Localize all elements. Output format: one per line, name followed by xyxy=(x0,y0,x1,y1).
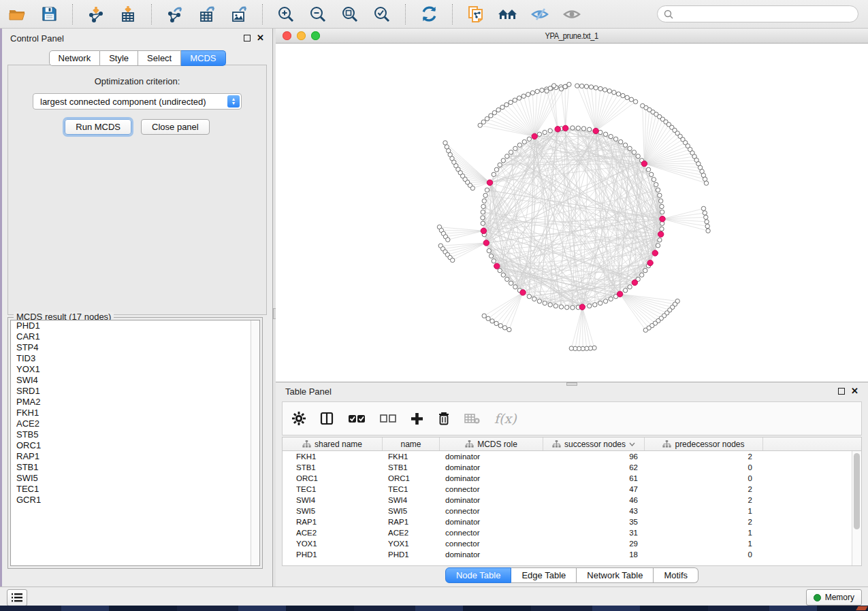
table-cell: connector xyxy=(440,529,543,537)
table-cell: 0 xyxy=(645,463,763,472)
export-network-button[interactable] xyxy=(165,4,185,24)
tab-node-table[interactable]: Node Table xyxy=(445,567,512,583)
table-cell: RAP1 xyxy=(383,518,440,526)
mcds-result-item[interactable]: PHD1 xyxy=(11,320,259,331)
add-row-button[interactable] xyxy=(411,412,423,425)
mcds-result-item[interactable]: CAR1 xyxy=(11,331,259,342)
close-panel-button[interactable]: Close panel xyxy=(141,119,210,135)
mcds-result-item[interactable]: ACE2 xyxy=(11,418,259,429)
mcds-result-item[interactable]: TID3 xyxy=(11,353,259,364)
network-canvas-svg[interactable] xyxy=(276,44,867,381)
node-table[interactable]: shared namenameMCDS rolesuccessor nodesp… xyxy=(282,437,862,566)
table-row[interactable]: FKH1FKH1dominator962 xyxy=(283,451,861,462)
float-table-panel-icon[interactable] xyxy=(838,388,845,395)
table-row[interactable]: ACE2ACE2connector311 xyxy=(283,527,861,538)
mcds-result-item[interactable]: TEC1 xyxy=(11,484,259,495)
tab-select[interactable]: Select xyxy=(138,50,181,66)
zoom-fit-button[interactable] xyxy=(340,4,360,24)
table-scrollbar-thumb[interactable] xyxy=(854,453,860,529)
fx-icon: f(x) xyxy=(494,411,517,426)
minimize-window-icon[interactable] xyxy=(297,31,306,40)
tab-style[interactable]: Style xyxy=(100,50,138,66)
task-history-button[interactable] xyxy=(7,589,27,606)
column-header-mcds-role[interactable]: MCDS role xyxy=(440,437,543,450)
zoom-selected-button[interactable] xyxy=(372,4,392,24)
mcds-result-list[interactable]: PHD1CAR1STP4TID3YOX1SWI4SRD1PMA2FKH1ACE2… xyxy=(10,320,260,566)
tab-edge-table[interactable]: Edge Table xyxy=(511,567,577,583)
mcds-result-item[interactable]: FKH1 xyxy=(11,408,259,418)
search-box[interactable] xyxy=(657,5,858,22)
function-builder-button[interactable]: f(x) xyxy=(494,411,517,426)
zoom-out-button[interactable] xyxy=(308,4,328,24)
table-cell: SWI4 xyxy=(383,496,440,504)
table-cell: 0 xyxy=(645,474,763,482)
mcds-result-item[interactable]: RAP1 xyxy=(11,451,259,462)
refresh-button[interactable] xyxy=(419,4,439,24)
network-titlebar[interactable]: YPA_prune.txt_1 xyxy=(276,29,868,44)
save-session-button[interactable] xyxy=(39,4,59,24)
run-mcds-button[interactable]: Run MCDS xyxy=(65,119,131,135)
tab-motifs[interactable]: Motifs xyxy=(654,567,698,583)
mcds-result-item[interactable]: PMA2 xyxy=(11,397,259,408)
column-header-predecessor-nodes[interactable]: predecessor nodes xyxy=(645,437,763,450)
table-row[interactable]: SWI4SWI4dominator462 xyxy=(283,495,861,506)
table-panel: Table Panel ✕ xyxy=(276,382,868,587)
search-input[interactable] xyxy=(677,9,852,19)
show-all-button[interactable] xyxy=(562,4,582,24)
table-row[interactable]: STB1STB1dominator620 xyxy=(283,462,861,473)
close-window-icon[interactable] xyxy=(283,31,291,40)
export-table-button[interactable] xyxy=(197,4,217,24)
export-image-button[interactable] xyxy=(229,4,249,24)
tab-network[interactable]: Network xyxy=(48,50,100,66)
mcds-result-item[interactable]: GCR1 xyxy=(11,495,259,506)
tab-network-table[interactable]: Network Table xyxy=(577,567,654,583)
import-network-button[interactable] xyxy=(86,4,106,24)
table-row[interactable]: YOX1YOX1connector291 xyxy=(283,538,861,549)
table-row[interactable]: ORC1ORC1dominator610 xyxy=(283,473,861,484)
table-cell: 35 xyxy=(543,518,645,526)
maximize-window-icon[interactable] xyxy=(311,31,320,40)
save-icon xyxy=(41,5,58,22)
table-settings-button[interactable] xyxy=(292,412,306,425)
copy-style-button[interactable] xyxy=(466,4,486,24)
mcds-result-item[interactable]: SWI5 xyxy=(11,473,259,484)
table-row[interactable]: RAP1RAP1dominator352 xyxy=(283,516,861,527)
mcds-result-item[interactable]: SRD1 xyxy=(11,386,259,397)
tab-mcds[interactable]: MCDS xyxy=(181,50,225,66)
column-header-successor-nodes[interactable]: successor nodes xyxy=(543,437,645,450)
mcds-result-group: MCDS result (17 nodes) PHD1CAR1STP4TID3Y… xyxy=(7,317,263,569)
zoom-in-button[interactable] xyxy=(276,4,296,24)
first-neighbors-button[interactable] xyxy=(498,4,518,24)
mcds-result-item[interactable]: STP4 xyxy=(11,342,259,353)
table-row[interactable]: TEC1TEC1connector472 xyxy=(283,484,861,495)
float-panel-icon[interactable] xyxy=(244,35,251,42)
deselect-all-button[interactable] xyxy=(380,414,396,423)
criterion-select[interactable]: largest connected component (undirected)… xyxy=(33,93,242,110)
table-scrollbar[interactable] xyxy=(852,451,861,565)
table-row[interactable]: PHD1PHD1dominator180 xyxy=(283,549,861,560)
memory-button[interactable]: Memory xyxy=(806,589,862,606)
column-visibility-button[interactable] xyxy=(320,412,334,425)
mcds-result-item[interactable]: SWI4 xyxy=(11,375,259,386)
import-table-button[interactable] xyxy=(118,4,138,24)
close-panel-icon[interactable]: ✕ xyxy=(257,35,264,42)
copy-style-icon xyxy=(467,5,485,23)
close-table-panel-icon[interactable]: ✕ xyxy=(851,388,858,395)
select-all-button[interactable] xyxy=(348,413,366,424)
mcds-result-item[interactable]: YOX1 xyxy=(11,364,259,375)
hide-selected-button[interactable] xyxy=(530,4,550,24)
column-header-name[interactable]: name xyxy=(383,437,440,450)
mcds-result-item[interactable]: ORC1 xyxy=(11,440,259,451)
network-canvas[interactable] xyxy=(276,44,868,382)
table-row[interactable]: SWI5SWI5connector431 xyxy=(283,506,861,516)
column-header-shared-name[interactable]: shared name xyxy=(283,437,383,450)
workspace: Control Panel ✕ NetworkStyleSelectMCDS O… xyxy=(0,29,868,587)
open-file-button[interactable] xyxy=(7,4,27,24)
mcds-result-item[interactable]: STB1 xyxy=(11,462,259,473)
mcds-result-item[interactable]: STB5 xyxy=(11,429,259,440)
column-type-icon xyxy=(302,440,311,448)
delete-table-button[interactable] xyxy=(464,413,480,424)
table-cell: 62 xyxy=(543,463,645,472)
delete-rows-button[interactable] xyxy=(438,412,450,425)
list-scrollbar[interactable] xyxy=(251,320,259,565)
